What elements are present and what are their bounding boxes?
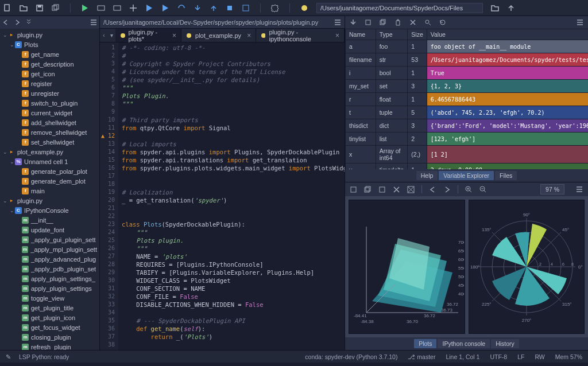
outline-item[interactable]: fget_name <box>0 49 99 59</box>
tab-history[interactable]: History <box>491 339 519 348</box>
outline-item[interactable]: fset_shellwidget <box>0 137 99 147</box>
next-plot-icon[interactable] <box>443 186 451 193</box>
conda-env[interactable]: conda: spyder-dev (Python 3.7.10) <box>305 353 397 360</box>
debug-step-icon[interactable] <box>161 4 169 12</box>
debug-icon[interactable] <box>145 4 153 12</box>
outline-item[interactable]: ⌄▸plot_example.py <box>0 147 99 157</box>
save-icon[interactable] <box>36 4 44 12</box>
tab-files[interactable]: Files <box>495 171 517 180</box>
outline-item[interactable]: fgenerate_dem_plot <box>0 176 99 186</box>
tab-plugin-plots[interactable]: plugin.py - plots* × <box>115 29 181 42</box>
outline-item[interactable]: mapply_plugin_settings <box>0 283 99 293</box>
tab-plot-example[interactable]: plot_example.py × <box>181 29 256 42</box>
outline-tree[interactable]: ⌄▸plugin.py⌄CPlotsfget_namefget_descript… <box>0 29 99 350</box>
expand-all-icon[interactable] <box>25 19 32 26</box>
line-ending[interactable]: LF <box>517 353 524 360</box>
outline-item[interactable]: mapply_plugin_settings_ <box>0 274 99 283</box>
outline-item[interactable]: mupdate_font <box>0 225 99 235</box>
variable-table[interactable]: Name Type Size Value afoo1foo object of … <box>345 29 588 169</box>
outline-item[interactable]: ⌄CPlots <box>0 40 99 49</box>
outline-item[interactable]: m_apply_pdb_plugin_set <box>0 264 99 274</box>
tab-help[interactable]: Help <box>416 171 438 180</box>
exit-debug-icon[interactable] <box>242 4 250 12</box>
code-editor[interactable]: 1234567891011▲ 1213141516171819202122232… <box>100 42 345 350</box>
outline-item[interactable]: mget_plugin_title <box>0 303 99 313</box>
outline-item[interactable]: mclosing_plugin <box>0 332 99 342</box>
refresh-icon[interactable] <box>439 19 446 26</box>
line-gutter[interactable]: 1234567891011▲ 1213141516171819202122232… <box>100 42 118 350</box>
variable-row[interactable]: ytimedelta12 days, 0:00:00 <box>346 163 589 170</box>
plot-viewer[interactable]: 700 650 600 550 500 450 400 36.72 36.73 … <box>345 196 588 337</box>
tab-plugin-ipython[interactable]: plugin.py - ipythonconsole × <box>256 29 345 42</box>
outline-item[interactable]: mget_plugin_icon <box>0 313 99 322</box>
preferences-icon[interactable] <box>271 4 279 12</box>
run-cell-icon[interactable] <box>97 4 105 12</box>
remove-all-plots-icon[interactable] <box>407 186 415 193</box>
stop-icon[interactable] <box>226 4 234 12</box>
outline-item[interactable]: m_apply_advanced_plug <box>0 254 99 264</box>
import-icon[interactable] <box>350 19 357 26</box>
outline-item[interactable]: ⌄▸plugin.py <box>0 196 99 205</box>
debug-step-over-icon[interactable] <box>177 4 185 12</box>
plot-menu-icon[interactable] <box>576 186 583 193</box>
prev-plot-icon[interactable] <box>429 186 436 193</box>
save-all-icon[interactable] <box>52 4 60 12</box>
outline-item[interactable]: mget_focus_widget <box>0 322 99 332</box>
remove-plot-icon[interactable] <box>393 186 400 193</box>
col-type[interactable]: Type <box>376 29 408 40</box>
tab-list-icon[interactable]: ▾ <box>108 29 116 42</box>
back-icon[interactable] <box>2 19 9 26</box>
save-all-data-icon[interactable] <box>380 19 386 26</box>
zoom-level[interactable]: 97 % <box>540 184 564 194</box>
var-menu-icon[interactable] <box>577 19 583 26</box>
outline-item[interactable]: fget_description <box>0 59 99 69</box>
outline-item[interactable]: ⌄CIPythonConsole <box>0 205 99 215</box>
python-icon[interactable] <box>300 4 308 12</box>
debug-step-out-icon[interactable] <box>210 4 218 12</box>
close-tab-icon[interactable]: × <box>172 32 176 40</box>
search-var-icon[interactable] <box>424 19 431 26</box>
col-name[interactable]: Name <box>346 29 376 40</box>
outline-item[interactable]: fcurrent_widget <box>0 108 99 118</box>
variable-row[interactable]: afoo1foo object of __main__ module <box>346 40 589 53</box>
outline-item[interactable]: fadd_shellwidget <box>0 118 99 127</box>
variable-row[interactable]: thisdictdict3{'brand':'Ford', 'model':'M… <box>346 119 589 133</box>
outline-item[interactable]: m_apply_mpl_plugin_sett <box>0 244 99 254</box>
menu-icon[interactable] <box>90 19 97 26</box>
forward-icon[interactable] <box>14 19 21 26</box>
outline-item[interactable]: fgenerate_polar_plot <box>0 166 99 176</box>
code-content[interactable]: # -*- coding: utf-8 -*- # # Copyright © … <box>118 42 345 350</box>
zoom-out-icon[interactable] <box>479 186 487 193</box>
outline-item[interactable]: fregister <box>0 79 99 88</box>
outline-item[interactable]: mrefresh_plugin <box>0 342 99 350</box>
lsp-status[interactable]: LSP Python: ready <box>19 353 69 360</box>
run-cell-advance-icon[interactable] <box>113 4 121 12</box>
kite-icon[interactable]: ✎ <box>6 353 11 360</box>
col-size[interactable]: Size <box>408 29 427 40</box>
save-data-icon[interactable] <box>365 19 372 26</box>
tab-scroll-left-icon[interactable]: ‹ <box>100 29 108 42</box>
run-icon[interactable] <box>81 4 89 12</box>
close-tab-icon[interactable]: × <box>335 32 339 40</box>
variable-row[interactable]: xArray of int64(2,)[1 2] <box>346 146 589 163</box>
variable-row[interactable]: filenamestr53/Users/juanitagomez/Documen… <box>346 53 589 67</box>
outline-item[interactable]: m__init__ <box>0 215 99 225</box>
save-plot-icon[interactable] <box>350 186 357 193</box>
close-tab-icon[interactable]: × <box>247 32 251 40</box>
working-dir-input[interactable] <box>316 3 483 13</box>
col-value[interactable]: Value <box>427 29 588 40</box>
tab-ipython[interactable]: IPython console <box>438 339 490 348</box>
variable-row[interactable]: rfloat16.46567886443 <box>346 93 589 106</box>
outline-item[interactable]: ⌄▸plugin.py <box>0 30 99 40</box>
delete-all-icon[interactable] <box>394 19 401 26</box>
outline-item[interactable]: fremove_shellwidget <box>0 127 99 137</box>
zoom-in-icon[interactable] <box>465 186 473 193</box>
encoding[interactable]: UTF-8 <box>490 353 507 360</box>
variable-row[interactable]: ttuple5('abcd', 745, 2.23, 'efgh', 70.2) <box>346 106 589 119</box>
tab-variable-explorer[interactable]: Variable Explorer <box>439 171 494 180</box>
variable-row[interactable]: tinylistlist2[123, 'efgh'] <box>346 133 589 146</box>
copy-plot-icon[interactable] <box>378 186 386 193</box>
debug-step-into-icon[interactable] <box>194 4 202 12</box>
outline-item[interactable]: m_apply_gui_plugin_sett <box>0 235 99 244</box>
git-branch[interactable]: ⎇ master <box>408 353 435 360</box>
